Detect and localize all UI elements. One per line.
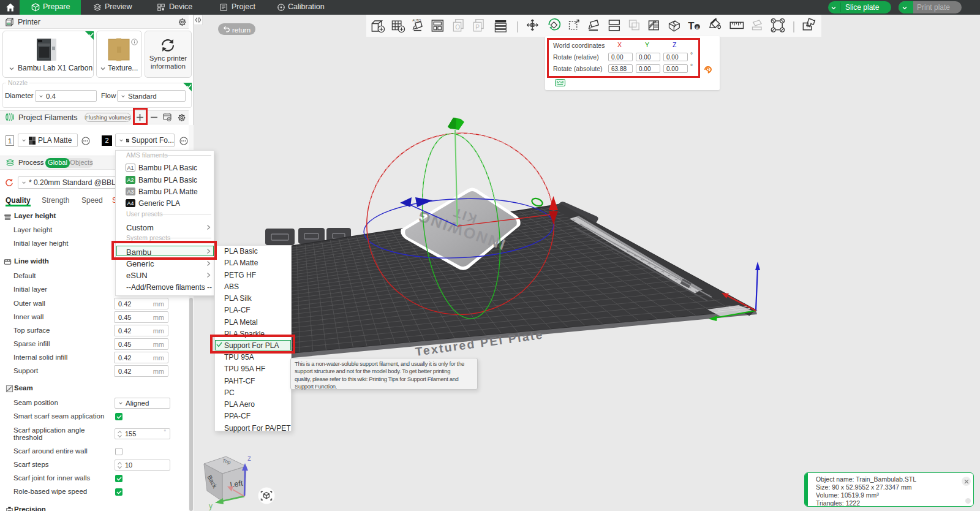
svg-text:O: O	[455, 24, 460, 31]
svg-text:z: z	[247, 454, 251, 463]
svg-text:y: y	[209, 502, 213, 510]
svg-text:P: P	[475, 24, 480, 31]
svg-text:a: a	[696, 24, 699, 30]
svg-text:AUTO: AUTO	[412, 18, 421, 22]
svg-text:T: T	[688, 20, 695, 32]
